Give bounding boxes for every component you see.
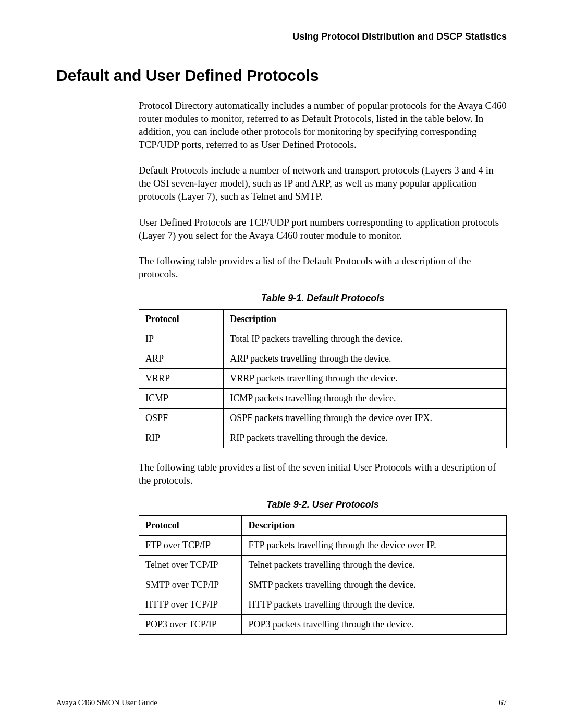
cell-protocol: POP3 over TCP/IP (139, 615, 242, 635)
table2-caption: Table 9-2. User Protocols (139, 499, 507, 510)
cell-description: FTP packets travelling through the devic… (242, 536, 507, 556)
cell-description: Total IP packets travelling through the … (224, 329, 507, 349)
cell-protocol: HTTP over TCP/IP (139, 595, 242, 615)
table-row: Telnet over TCP/IPTelnet packets travell… (139, 556, 507, 575)
cell-description: HTTP packets travelling through the devi… (242, 595, 507, 615)
table-row: VRRPVRRP packets travelling through the … (139, 368, 507, 388)
cell-description: RIP packets travelling through the devic… (224, 428, 507, 448)
table-default-protocols: Protocol Description IPTotal IP packets … (139, 309, 507, 448)
cell-description: ARP packets travelling through the devic… (224, 349, 507, 368)
table-row: ARPARP packets travelling through the de… (139, 349, 507, 368)
cell-description: OSPF packets travelling through the devi… (224, 408, 507, 428)
cell-description: SMTP packets travelling through the devi… (242, 575, 507, 595)
table-row: ICMPICMP packets travelling through the … (139, 388, 507, 408)
table-row: HTTP over TCP/IPHTTP packets travelling … (139, 595, 507, 615)
section-title: Default and User Defined Protocols (56, 67, 507, 84)
th-protocol: Protocol (139, 516, 242, 536)
table-row: RIPRIP packets travelling through the de… (139, 428, 507, 448)
paragraph-4: The following table provides a list of t… (139, 254, 507, 280)
table-row: OSPFOSPF packets travelling through the … (139, 408, 507, 428)
th-protocol: Protocol (139, 309, 224, 329)
table-user-protocols: Protocol Description FTP over TCP/IPFTP … (139, 515, 507, 635)
table-header-row: Protocol Description (139, 309, 507, 329)
cell-protocol: ICMP (139, 388, 224, 408)
header-rule (56, 52, 507, 52)
cell-protocol: Telnet over TCP/IP (139, 556, 242, 575)
cell-protocol: FTP over TCP/IP (139, 536, 242, 556)
paragraph-3: User Defined Protocols are TCP/UDP port … (139, 216, 507, 242)
cell-description: POP3 packets travelling through the devi… (242, 615, 507, 635)
cell-protocol: ARP (139, 349, 224, 368)
paragraph-5: The following table provides a list of t… (139, 461, 507, 487)
th-description: Description (224, 309, 507, 329)
cell-description: Telnet packets travelling through the de… (242, 556, 507, 575)
th-description: Description (242, 516, 507, 536)
cell-protocol: IP (139, 329, 224, 349)
cell-protocol: RIP (139, 428, 224, 448)
table-row: IPTotal IP packets travelling through th… (139, 329, 507, 349)
page-header-right: Using Protocol Distribution and DSCP Sta… (56, 31, 507, 46)
page-footer: Avaya C460 SMON User Guide 67 (56, 693, 507, 707)
footer-left: Avaya C460 SMON User Guide (56, 698, 157, 707)
body-block: Protocol Directory automatically include… (139, 99, 507, 635)
cell-protocol: OSPF (139, 408, 224, 428)
table-row: POP3 over TCP/IPPOP3 packets travelling … (139, 615, 507, 635)
footer-rule (56, 693, 507, 693)
table1-caption: Table 9-1. Default Protocols (139, 293, 507, 304)
cell-protocol: SMTP over TCP/IP (139, 575, 242, 595)
cell-description: ICMP packets travelling through the devi… (224, 388, 507, 408)
table-row: FTP over TCP/IPFTP packets travelling th… (139, 536, 507, 556)
paragraph-2: Default Protocols include a number of ne… (139, 164, 507, 203)
page: Using Protocol Distribution and DSCP Sta… (0, 0, 563, 728)
cell-protocol: VRRP (139, 368, 224, 388)
table-row: SMTP over TCP/IPSMTP packets travelling … (139, 575, 507, 595)
paragraph-1: Protocol Directory automatically include… (139, 99, 507, 151)
footer-page-number: 67 (499, 698, 507, 707)
table-header-row: Protocol Description (139, 516, 507, 536)
cell-description: VRRP packets travelling through the devi… (224, 368, 507, 388)
